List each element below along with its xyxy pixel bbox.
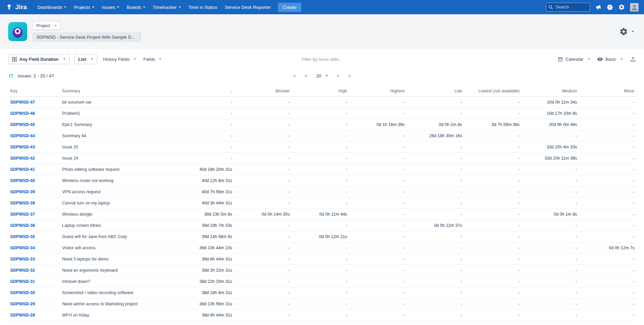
jira-brand-text: Jira [15, 3, 27, 11]
issue-key-link[interactable]: SDPWSD-29 [10, 302, 35, 306]
issue-summary: Need admin access to Marketing project [61, 299, 176, 310]
table-row: SDPWSD-30Screenshot / video recording so… [8, 287, 636, 299]
column-header-minor[interactable]: Minor [579, 86, 636, 97]
issue-date-filter-input[interactable] [281, 56, 363, 62]
fields-dropdown[interactable]: Fields [142, 55, 163, 64]
issue-summary: Photo editing software request [61, 164, 176, 175]
column-header-highest[interactable]: Highest [348, 86, 406, 97]
help-icon[interactable]: ? [607, 4, 613, 11]
project-type-dropdown[interactable]: Project [33, 21, 60, 30]
issue-key-link[interactable]: SDPWSD-35 [10, 234, 35, 239]
issue-key-link[interactable]: SDPWSD-40 [10, 178, 35, 183]
refresh-button[interactable] [8, 73, 14, 78]
duration-cell: - [579, 153, 636, 164]
issue-key-link[interactable]: SDPWSD-42 [10, 156, 35, 161]
duration-cell: - [579, 186, 636, 198]
column-header-summary[interactable]: Summary [61, 86, 176, 97]
nav-item-issues[interactable]: Issues [98, 0, 123, 14]
jira-logo[interactable]: Jira [5, 3, 27, 11]
issue-key-link[interactable]: SDPWSD-30 [10, 290, 35, 295]
page-size-select[interactable]: 20 [316, 73, 328, 78]
column-header-medium[interactable]: Medium [521, 86, 578, 97]
nav-item-dashboards[interactable]: Dashboards [34, 0, 70, 14]
issue-key-link[interactable]: SDPWSD-43 [10, 145, 35, 149]
duration-cell: - [463, 175, 521, 186]
issue-key-link[interactable]: SDPWSD-45 [10, 122, 35, 127]
duration-cell: - [406, 299, 463, 310]
duration-cell: - [233, 142, 291, 153]
announcement-icon[interactable] [594, 3, 602, 11]
issue-summary: Wireless router not working [61, 175, 176, 186]
nav-item-boards[interactable]: Boards [123, 0, 149, 14]
project-select-value: SDPWSD - Service Desk Project With Sampl… [36, 35, 135, 40]
duration-cell: - [406, 153, 463, 164]
issue-key-link[interactable]: SDPWSD-31 [10, 279, 35, 284]
issue-key-link[interactable]: SDPWSD-39 [10, 189, 35, 194]
issue-key-link[interactable]: SDPWSD-34 [10, 246, 35, 250]
duration-cell: 40d 16h 20m 31s [176, 164, 233, 175]
calendar-dropdown[interactable]: Calendar [558, 57, 590, 62]
issue-key-link[interactable]: SDPWSD-33 [10, 257, 35, 261]
create-button[interactable]: Create [278, 3, 301, 12]
table-row: SDPWSD-34Visitor wifi access39d 10h 44m … [8, 242, 636, 254]
duration-cell: - [406, 287, 463, 299]
issue-summary: Need 3 laptops for demo [61, 254, 176, 265]
duration-cell: - [348, 175, 406, 186]
duration-cell: 38d 9h 44m 31s [176, 310, 233, 321]
basic-view-dropdown[interactable]: Basic [597, 56, 623, 62]
duration-cell: 39d 10h 44m 23s [176, 242, 233, 254]
last-page-button[interactable]: » [348, 73, 351, 78]
column-header-key[interactable]: Key [8, 86, 61, 97]
duration-cell: - [176, 153, 233, 164]
duration-cell: 38d 18h 8m 31s [176, 287, 233, 299]
issue-key-link[interactable]: SDPWSD-44 [10, 133, 35, 138]
issue-key-link[interactable]: SDPWSD-46 [10, 111, 35, 116]
column-header-low[interactable]: Low [406, 86, 463, 97]
table-row: SDPWSD-44Summary 44----26d 18h 30m 16s--… [8, 130, 636, 142]
nav-item-timetracker[interactable]: Timetracker [149, 0, 185, 14]
nav-item-service-desk-reporter[interactable]: Service Desk Reporter [221, 0, 275, 14]
nav-item-time-in-status[interactable]: Time in Status [185, 0, 221, 14]
nav-item-projects[interactable]: Projects [70, 0, 98, 14]
issue-key-link[interactable]: SDPWSD-47 [10, 100, 35, 105]
duration-cell: - [291, 242, 348, 254]
column-header-high[interactable]: High [291, 86, 348, 97]
duration-cell: - [463, 220, 521, 231]
first-page-button[interactable]: « [293, 73, 296, 78]
history-fields-dropdown[interactable]: History Fields [102, 55, 137, 64]
issue-key-link[interactable]: SDPWSD-32 [10, 268, 35, 273]
user-avatar[interactable] [630, 3, 639, 12]
duration-cell: - [463, 287, 521, 299]
field-duration-label: Any Field Duration [19, 57, 59, 62]
duration-cell: - [233, 97, 291, 108]
issue-key-link[interactable]: SDPWSD-41 [10, 167, 35, 172]
issue-key-link[interactable]: SDPWSD-28 [10, 313, 35, 318]
settings-gear-icon[interactable] [618, 4, 625, 11]
duration-cell: - [406, 265, 463, 276]
column-header-dash[interactable]: - [176, 86, 233, 97]
duration-cell: - [233, 164, 291, 175]
view-dropdown[interactable]: List [74, 54, 97, 64]
export-button[interactable] [630, 56, 636, 62]
duration-cell: - [406, 186, 463, 198]
issue-key-link[interactable]: SDPWSD-38 [10, 201, 35, 205]
chevron-down-icon [179, 6, 181, 8]
column-header-blocker[interactable]: Blocker [233, 86, 291, 97]
issue-summary: Intranet down? [61, 276, 176, 287]
issues-table: KeySummary-BlockerHighHighestLowLowest (… [8, 86, 636, 321]
duration-cell: - [406, 97, 463, 108]
duration-cell: - [579, 119, 636, 130]
main-menu: DashboardsProjectsIssuesBoardsTimetracke… [34, 0, 275, 14]
project-type-label: Project [36, 23, 50, 28]
issue-key-link[interactable]: SDPWSD-37 [10, 212, 35, 217]
duration-cell: - [348, 153, 406, 164]
prev-page-button[interactable]: < [305, 73, 307, 78]
project-select-dropdown[interactable]: SDPWSD - Service Desk Project With Sampl… [33, 33, 141, 42]
issue-key-link[interactable]: SDPWSD-36 [10, 223, 35, 228]
duration-cell: - [291, 142, 348, 153]
chevron-down-icon [134, 58, 136, 60]
field-duration-dropdown[interactable]: Any Field Duration [8, 54, 70, 64]
column-header-lowest-not-available[interactable]: Lowest (not available) [463, 86, 521, 97]
project-settings-button[interactable] [617, 27, 636, 36]
next-page-button[interactable]: > [337, 73, 339, 78]
